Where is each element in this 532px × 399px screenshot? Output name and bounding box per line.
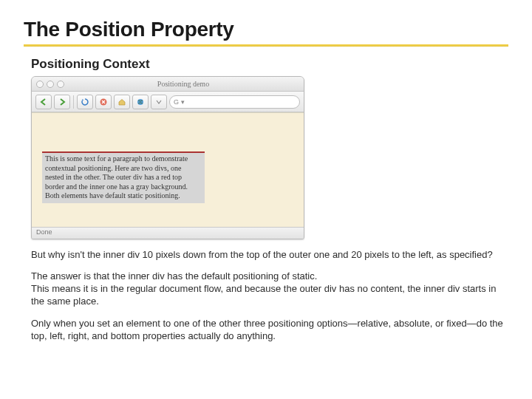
globe-button[interactable] xyxy=(132,95,149,109)
sample-paragraph: This is some text for a paragraph to dem… xyxy=(42,151,205,203)
browser-statusbar: Done xyxy=(32,227,304,239)
browser-mock: Positioning demo xyxy=(31,76,304,239)
body-paragraph-2: The answer is that the inner div has the… xyxy=(31,270,508,307)
reload-icon xyxy=(81,98,89,106)
search-prefix-icon: G xyxy=(174,98,179,106)
search-field[interactable]: G ▾ xyxy=(169,95,300,109)
globe-icon xyxy=(136,98,145,106)
back-arrow-icon xyxy=(39,98,48,106)
page-title: The Position Property xyxy=(24,18,508,43)
toolbar-separator xyxy=(73,95,74,109)
forward-button[interactable] xyxy=(54,95,70,109)
window-zoom-icon[interactable] xyxy=(57,81,64,88)
svg-point-1 xyxy=(137,99,143,105)
forward-arrow-icon xyxy=(58,98,66,106)
chevron-down-icon xyxy=(156,99,162,105)
body-paragraph-3: Only when you set an element to one of t… xyxy=(31,317,508,342)
section-subtitle: Positioning Context xyxy=(31,57,508,72)
window-title: Positioning demo xyxy=(67,80,299,88)
window-close-icon[interactable] xyxy=(36,81,44,88)
browser-viewport: This is some text for a paragraph to dem… xyxy=(32,112,304,227)
home-button[interactable] xyxy=(114,95,130,109)
body-paragraph-1: But why isn't the inner div 10 pixels do… xyxy=(31,248,508,261)
window-minimize-icon[interactable] xyxy=(47,81,54,88)
home-icon xyxy=(117,98,126,106)
browser-toolbar: G ▾ xyxy=(32,92,304,112)
back-button[interactable] xyxy=(35,95,52,109)
stop-button[interactable] xyxy=(95,95,112,109)
title-underline xyxy=(24,44,508,47)
dropdown-button[interactable] xyxy=(151,95,167,109)
window-titlebar: Positioning demo xyxy=(32,77,304,92)
stop-icon xyxy=(99,98,108,106)
search-chevron-icon: ▾ xyxy=(181,98,185,106)
reload-button[interactable] xyxy=(77,95,93,109)
